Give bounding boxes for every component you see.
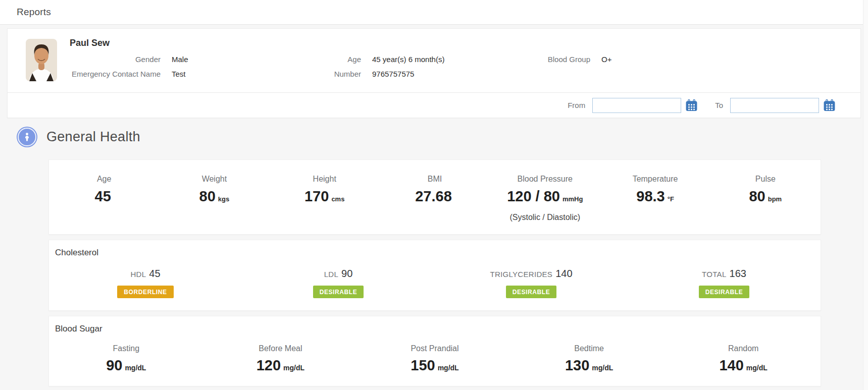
page-title: Reports bbox=[17, 7, 51, 18]
gender-value: Male bbox=[172, 55, 188, 64]
sugar-unit: mg/dL bbox=[125, 364, 146, 372]
cholesterol-label: TRIGLYCERIDES bbox=[490, 270, 552, 278]
section-title: General Health bbox=[46, 129, 140, 145]
blood-sugar-row: Fasting 90mg/dL Before Meal 120mg/dL Pos… bbox=[49, 344, 821, 374]
field-emergency-contact: Emergency Contact Name Test bbox=[70, 70, 334, 78]
vital-unit: mmHg bbox=[563, 195, 583, 203]
sugar-unit: mg/dL bbox=[283, 364, 304, 372]
emergency-contact-value: Test bbox=[172, 70, 186, 78]
emergency-contact-label: Emergency Contact Name bbox=[70, 70, 161, 78]
cholesterol-label: TOTAL bbox=[702, 270, 726, 278]
number-value: 9765757575 bbox=[372, 70, 414, 78]
blood-group-label: Blood Group bbox=[545, 55, 590, 64]
sugar-value: 140 bbox=[719, 357, 743, 373]
from-date-input[interactable] bbox=[592, 98, 681, 113]
avatar bbox=[26, 39, 57, 81]
sugar-label: Before Meal bbox=[203, 344, 358, 353]
status-badge: DESIRABLE bbox=[313, 286, 364, 298]
vital-height: Height 170cms bbox=[270, 175, 380, 222]
field-group-1: Gender Male Emergency Contact Name Test bbox=[70, 55, 334, 84]
sugar-unit: mg/dL bbox=[438, 364, 459, 372]
vital-pulse: Pulse 80bpm bbox=[710, 175, 821, 222]
sugar-value: 150 bbox=[411, 357, 435, 373]
vital-unit: bpm bbox=[768, 195, 782, 203]
age-value: 45 year(s) 6 month(s) bbox=[372, 55, 444, 64]
patient-name: Paul Sew bbox=[70, 38, 860, 48]
to-date-input[interactable] bbox=[730, 98, 819, 113]
sugar-unit: mg/dL bbox=[746, 364, 768, 372]
vital-label: Age bbox=[49, 175, 159, 184]
field-number: Number 9765757575 bbox=[334, 70, 545, 78]
vital-value: 120 / 80 bbox=[507, 188, 560, 204]
vital-value: 170 bbox=[304, 188, 329, 204]
field-age: Age 45 year(s) 6 month(s) bbox=[334, 55, 545, 64]
sugar-bedtime: Bedtime 130mg/dL bbox=[512, 344, 667, 374]
sugar-random: Random 140mg/dL bbox=[666, 344, 821, 374]
vital-value: 80 bbox=[199, 188, 216, 204]
to-calendar-icon[interactable] bbox=[823, 99, 836, 112]
general-health-icon bbox=[17, 127, 37, 147]
cholesterol-label: LDL bbox=[324, 270, 338, 278]
sugar-label: Post Prandial bbox=[358, 344, 512, 353]
patient-info: Paul Sew Gender Male Emergency Contact N… bbox=[57, 38, 860, 84]
blood-sugar-card: Blood Sugar Fasting 90mg/dL Before Meal … bbox=[48, 316, 821, 386]
status-badge: DESIRABLE bbox=[506, 286, 557, 298]
patient-fields: Gender Male Emergency Contact Name Test … bbox=[70, 55, 860, 84]
cholesterol-row: HDL45 BORDERLINE LDL90 DESIRABLE TRIGLYC… bbox=[49, 268, 821, 298]
cholesterol-value: 90 bbox=[341, 268, 352, 279]
blood-sugar-title: Blood Sugar bbox=[55, 324, 821, 334]
cholesterol-total: TOTAL163 DESIRABLE bbox=[628, 268, 821, 298]
cholesterol-triglycerides: TRIGLYCERIDES140 DESIRABLE bbox=[435, 268, 628, 298]
vital-weight: Weight 80kgs bbox=[159, 175, 269, 222]
sugar-value: 90 bbox=[106, 357, 122, 373]
sugar-fasting: Fasting 90mg/dL bbox=[49, 344, 203, 374]
sugar-before-meal: Before Meal 120mg/dL bbox=[203, 344, 358, 374]
vital-label: Temperature bbox=[600, 175, 710, 184]
vital-label: Blood Pressure bbox=[490, 175, 600, 184]
blood-group-value: O+ bbox=[601, 55, 611, 64]
vital-label: BMI bbox=[380, 175, 490, 184]
status-badge: DESIRABLE bbox=[699, 286, 750, 298]
cholesterol-hdl: HDL45 BORDERLINE bbox=[49, 268, 242, 298]
vital-temperature: Temperature 98.3°F bbox=[600, 175, 710, 222]
cholesterol-value: 140 bbox=[555, 268, 572, 279]
vital-value: 27.68 bbox=[415, 188, 452, 204]
vital-unit: °F bbox=[668, 195, 674, 203]
cholesterol-card: Cholesterol HDL45 BORDERLINE LDL90 DESIR… bbox=[48, 240, 821, 311]
vitals-card: Age 45 Weight 80kgs Height 170cms BMI 27… bbox=[48, 159, 821, 235]
vital-label: Weight bbox=[159, 175, 269, 184]
patient-card: Paul Sew Gender Male Emergency Contact N… bbox=[7, 28, 861, 118]
cholesterol-label: HDL bbox=[130, 270, 146, 278]
from-calendar-icon[interactable] bbox=[685, 99, 698, 112]
number-label: Number bbox=[334, 70, 361, 78]
vital-value: 45 bbox=[95, 188, 111, 204]
to-label: To bbox=[715, 101, 723, 109]
cholesterol-value: 163 bbox=[730, 268, 746, 279]
patient-summary: Paul Sew Gender Male Emergency Contact N… bbox=[8, 29, 860, 92]
sugar-unit: mg/dL bbox=[592, 364, 613, 372]
field-group-2: Age 45 year(s) 6 month(s) Number 9765757… bbox=[334, 55, 545, 84]
status-badge: BORDERLINE bbox=[117, 286, 173, 298]
vital-unit: kgs bbox=[218, 195, 229, 203]
sugar-label: Fasting bbox=[49, 344, 203, 353]
age-label: Age bbox=[334, 55, 361, 64]
cholesterol-title: Cholesterol bbox=[55, 248, 821, 258]
cholesterol-ldl: LDL90 DESIRABLE bbox=[242, 268, 435, 298]
sugar-value: 130 bbox=[565, 357, 589, 373]
sugar-label: Bedtime bbox=[512, 344, 667, 353]
sugar-post-prandial: Post Prandial 150mg/dL bbox=[358, 344, 512, 374]
field-gender: Gender Male bbox=[70, 55, 334, 64]
sugar-value: 120 bbox=[257, 357, 281, 373]
vital-age: Age 45 bbox=[49, 175, 159, 222]
vital-label: Pulse bbox=[710, 175, 821, 184]
date-filter-row: From To bbox=[8, 92, 860, 118]
vital-value: 80 bbox=[749, 188, 765, 204]
scrollbar-track[interactable] bbox=[863, 0, 868, 390]
vital-unit: cms bbox=[331, 195, 344, 203]
vital-value: 98.3 bbox=[636, 188, 665, 204]
field-blood-group: Blood Group O+ bbox=[545, 55, 860, 64]
vital-note: (Systolic / Diastolic) bbox=[490, 213, 600, 222]
cholesterol-value: 45 bbox=[149, 268, 160, 279]
from-label: From bbox=[568, 101, 585, 109]
sugar-label: Random bbox=[666, 344, 821, 353]
